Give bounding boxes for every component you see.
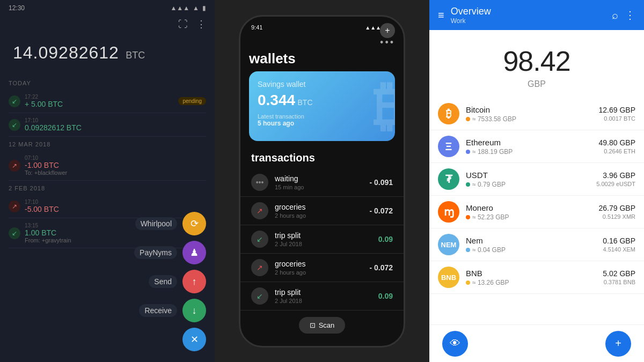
transactions-title: transactions: [240, 150, 404, 168]
coin-unit: 0.5129 XMR: [599, 213, 636, 220]
wifi-icon: ▲: [193, 4, 199, 12]
paynyms-fab[interactable]: ♟: [182, 241, 206, 264]
coin-gbp: 3.96 GBP: [596, 171, 635, 180]
tx-amount: - 0.072: [369, 206, 393, 215]
coin-dot: [466, 248, 470, 252]
tx-amount: 0.09: [378, 235, 393, 243]
list-item[interactable]: BNB BNB ≈ 13.26 GBP 5.02 GBP 0.3781 BNB: [429, 261, 644, 294]
toolbar-subtitle: Work: [451, 17, 605, 25]
table-row[interactable]: ↙ 17:10 0.09282612 BTC: [9, 113, 206, 137]
phone-time: 9:41: [251, 24, 262, 31]
coins-list: ₿ Bitcoin ≈ 7533.58 GBP 12.69 GBP 0.0017…: [429, 93, 644, 324]
scan-button[interactable]: ⊡ Scan: [299, 317, 346, 334]
coin-name: Bitcoin: [466, 105, 599, 114]
coin-price: ≈ 188.19 GBP: [466, 148, 599, 156]
toolbar-title: Overview: [451, 6, 605, 17]
tx-time: 2 hours ago: [275, 269, 369, 276]
xmr-icon: ɱ: [438, 201, 459, 223]
more-icon[interactable]: ⋮: [196, 18, 206, 30]
tx-time: 17:22: [25, 94, 178, 100]
receive-label: Receive: [139, 304, 177, 317]
list-item[interactable]: ↙ trip split 2 Jul 2018 0.09: [240, 282, 404, 311]
status-time: 12:30: [9, 4, 25, 12]
coin-price: ≈ 52.23 GBP: [466, 213, 599, 221]
coin-dot: [466, 117, 470, 121]
tx-amount: - 0.091: [369, 178, 393, 187]
coin-values: 0.16 GBP 4.5140 XEM: [603, 237, 635, 253]
coin-info: BNB ≈ 13.26 GBP: [466, 269, 603, 286]
fab-area: Whirlpool ⟳ PayNyms ♟ Send ↑ Receive ↓ ✕: [134, 212, 206, 351]
table-row[interactable]: ↙ 17:22 + 5.00 BTC pending: [9, 90, 206, 113]
coin-gbp: 0.16 GBP: [603, 237, 635, 245]
list-item[interactable]: ↗ groceries 2 hours ago - 0.072: [240, 254, 404, 282]
tx-amount: -1.00 BTC: [25, 161, 206, 169]
tx-amount: 0.09282612 BTC: [25, 123, 206, 132]
tx-name: waiting: [275, 174, 369, 183]
receive-fab[interactable]: ↓: [182, 299, 206, 322]
tx-info: waiting 15 min ago: [275, 174, 369, 190]
tx-name: groceries: [275, 203, 369, 211]
nem-icon: NEM: [438, 234, 459, 255]
tx-arrow-out: ↗: [9, 201, 20, 212]
date-label-feb: 2 FEB 2018: [9, 185, 206, 191]
coin-values: 49.80 GBP 0.2646 ETH: [599, 138, 636, 154]
tx-badge: pending: [178, 97, 206, 105]
fullscreen-icon[interactable]: ⛶: [178, 19, 188, 30]
search-icon[interactable]: ⌕: [612, 9, 618, 21]
tx-info: groceries 2 hours ago: [275, 260, 369, 276]
coin-name: Ethereum: [466, 138, 599, 147]
usdt-icon: ₮: [438, 168, 459, 190]
coin-price: ≈ 0.79 GBP: [466, 181, 596, 188]
tx-time: 2 hours ago: [275, 212, 369, 219]
tx-wait-icon: •••: [251, 174, 268, 191]
eth-icon: Ξ: [438, 136, 459, 157]
battery-icon: ▮: [202, 4, 206, 12]
tx-info: groceries 2 hours ago: [275, 203, 369, 219]
tx-amount: - 0.072: [369, 263, 393, 272]
menu-icon[interactable]: ≡: [438, 9, 444, 21]
list-item[interactable]: ↙ trip split 2 Jul 2018 0.09: [240, 225, 404, 254]
coin-dot: [466, 280, 470, 285]
list-item[interactable]: ↗ groceries 2 hours ago - 0.072: [240, 197, 404, 225]
phone-frame: 9:41 ▲▲▲ ◈ ▮ ••• wallets + ₿ Savings wal…: [239, 15, 405, 348]
send-fab[interactable]: ↑: [182, 270, 206, 293]
coin-info: Monero ≈ 52.23 GBP: [466, 203, 599, 221]
scan-bar: ⊡ Scan: [240, 311, 404, 340]
list-item[interactable]: ₮ USDT ≈ 0.79 GBP 3.96 GBP 5.0029 eUSDT: [429, 163, 644, 196]
list-item[interactable]: ••• waiting 15 min ago - 0.091: [240, 168, 404, 197]
tx-time: 2 Jul 2018: [275, 241, 378, 247]
send-label: Send: [149, 275, 177, 288]
coin-price: ≈ 13.26 GBP: [466, 279, 603, 286]
tx-amount: 0.09: [378, 292, 393, 300]
eye-fab-button[interactable]: 👁: [442, 331, 468, 357]
coin-info: USDT ≈ 0.79 GBP: [466, 171, 596, 188]
list-item[interactable]: Ξ Ethereum ≈ 188.19 GBP 49.80 GBP 0.2646…: [429, 130, 644, 163]
list-item[interactable]: NEM Nem ≈ 0.04 GBP 0.16 GBP 4.5140 XEM: [429, 228, 644, 261]
table-row[interactable]: ↗ 07:10 -1.00 BTC To: +blackflower: [9, 151, 206, 181]
paynyms-label: PayNyms: [134, 246, 177, 259]
coin-dot: [466, 182, 470, 187]
list-item[interactable]: ₿ Bitcoin ≈ 7533.58 GBP 12.69 GBP 0.0017…: [429, 98, 644, 130]
close-fab[interactable]: ✕: [182, 328, 206, 351]
scan-label: Scan: [319, 321, 335, 329]
more-dots-icon[interactable]: •••: [380, 37, 395, 48]
whirlpool-fab[interactable]: ⟳: [182, 212, 206, 235]
panel-ios-wallet: 9:41 ▲▲▲ ◈ ▮ ••• wallets + ₿ Savings wal…: [215, 0, 429, 362]
wallet-amount: 0.344 BTC: [258, 92, 386, 109]
tx-name: groceries: [275, 260, 369, 268]
coin-dot: [466, 150, 470, 154]
list-item[interactable]: ɱ Monero ≈ 52.23 GBP 26.79 GBP 0.5129 XM…: [429, 196, 644, 228]
panel-overview: ≡ Overview Work ⌕ ⋮ 98.42 GBP ₿ Bitcoin …: [429, 0, 644, 362]
status-bar: 12:30 ▲▲▲ ▲ ▮: [0, 0, 215, 16]
coin-gbp: 12.69 GBP: [599, 106, 636, 114]
phone-notch: [290, 17, 354, 28]
wallet-latest-time: 5 hours ago: [258, 120, 386, 127]
wallet-card[interactable]: ₿ Savings wallet 0.344 BTC Latest transa…: [249, 71, 395, 141]
add-fab-button[interactable]: +: [605, 331, 631, 357]
coin-gbp: 5.02 GBP: [603, 269, 635, 278]
coin-name: BNB: [466, 269, 603, 278]
more-options-icon[interactable]: ⋮: [625, 9, 635, 21]
tx-time: 15 min ago: [275, 184, 369, 190]
tx-out-icon: ↗: [251, 259, 268, 276]
tx-time: 17:10: [25, 199, 206, 205]
